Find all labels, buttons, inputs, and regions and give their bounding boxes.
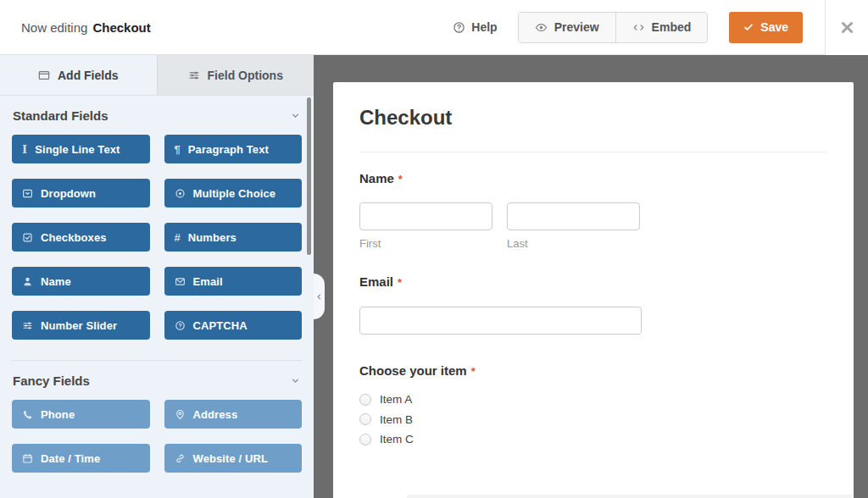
radio-option-item-c[interactable]: Item C xyxy=(359,432,827,446)
field-button-label: Dropdown xyxy=(41,187,96,200)
chevron-left-icon xyxy=(314,292,324,302)
field-button-label: Name xyxy=(41,275,71,288)
radio-circle[interactable] xyxy=(359,434,371,445)
field-button-website-url[interactable]: Website / URL xyxy=(164,444,303,473)
fields-sidebar: Add Fields Field Options St xyxy=(0,55,314,498)
field-button-dropdown[interactable]: Dropdown xyxy=(12,179,150,208)
radio-icon xyxy=(175,188,186,199)
now-editing-prefix: Now editing xyxy=(21,20,87,35)
field-button-label: Checkboxes xyxy=(41,231,107,244)
field-button-multiple-choice[interactable]: Multiple Choice xyxy=(164,179,303,208)
fancy-fields-grid: Phone Address xyxy=(12,400,302,473)
text-cursor-icon: I xyxy=(22,144,27,155)
save-button[interactable]: Save xyxy=(729,12,803,43)
email-input[interactable] xyxy=(359,307,642,335)
field-button-captcha[interactable]: CAPTCHA xyxy=(164,311,303,340)
chevron-down-icon xyxy=(290,110,301,121)
field-button-label: Single Line Text xyxy=(35,143,120,156)
form-preview-panel: Checkout Name* First Last Email xyxy=(333,82,854,498)
builder-main: Add Fields Field Options St xyxy=(0,55,868,498)
field-name-label: Name* xyxy=(359,171,827,185)
sidebar-scrollbar[interactable] xyxy=(307,97,311,255)
tab-field-options[interactable]: Field Options xyxy=(157,55,314,95)
radio-circle[interactable] xyxy=(359,413,371,425)
name-first-input[interactable] xyxy=(359,202,492,230)
embed-label: Embed xyxy=(652,20,692,34)
field-button-email[interactable]: Email xyxy=(164,267,303,296)
field-button-label: Number Slider xyxy=(41,319,117,332)
required-marker: * xyxy=(398,276,402,289)
field-button-numbers[interactable]: # Numbers xyxy=(164,223,303,252)
standard-fields-header[interactable]: Standard Fields xyxy=(12,96,302,135)
preview-label: Preview xyxy=(554,20,599,34)
required-marker: * xyxy=(471,365,476,378)
name-last-input[interactable] xyxy=(507,202,640,230)
form-name: Checkout xyxy=(92,20,150,35)
help-label: Help xyxy=(471,20,497,34)
form-title[interactable]: Checkout xyxy=(359,106,827,130)
last-sublabel: Last xyxy=(507,237,640,250)
field-button-address[interactable]: Address xyxy=(164,400,303,429)
field-button-label: Numbers xyxy=(188,231,236,244)
radio-label: Item B xyxy=(380,413,413,426)
topbar: Now editing Checkout Help xyxy=(0,0,868,55)
topbar-actions: Help Preview Embed xyxy=(453,0,868,54)
radio-option-item-a[interactable]: Item A xyxy=(359,392,827,407)
field-name[interactable]: Name* First Last xyxy=(359,171,827,250)
standard-fields-title: Standard Fields xyxy=(13,108,108,123)
field-button-label: Multiple Choice xyxy=(193,187,276,200)
field-button-label: Website / URL xyxy=(193,452,268,465)
eye-icon xyxy=(535,21,548,34)
slider-icon xyxy=(22,320,33,331)
field-button-phone[interactable]: Phone xyxy=(12,400,150,429)
field-email-label: Email* xyxy=(359,274,827,289)
pilcrow-icon: ¶ xyxy=(175,144,181,155)
field-button-label: Date / Time xyxy=(41,452,100,465)
hash-icon: # xyxy=(175,232,181,243)
field-button-checkboxes[interactable]: Checkboxes xyxy=(12,223,150,252)
calendar-icon xyxy=(22,453,33,464)
dropdown-icon xyxy=(22,188,33,199)
field-button-date-time[interactable]: Date / Time xyxy=(12,444,150,473)
standard-fields-grid: I Single Line Text ¶ Paragraph Text xyxy=(12,135,302,340)
close-builder-button[interactable] xyxy=(826,0,868,55)
field-button-label: Phone xyxy=(41,408,75,421)
preview-embed-group: Preview Embed xyxy=(518,12,709,43)
field-button-label: Email xyxy=(193,275,223,288)
link-icon xyxy=(175,453,186,464)
tab-field-options-label: Field Options xyxy=(208,69,283,82)
canvas-bottom-strip xyxy=(407,495,852,498)
fancy-fields-title: Fancy Fields xyxy=(13,374,90,388)
embed-button[interactable]: Embed xyxy=(615,13,708,42)
help-button[interactable]: Help xyxy=(453,20,497,34)
envelope-icon xyxy=(175,276,186,287)
field-button-label: Address xyxy=(193,408,238,421)
radio-circle[interactable] xyxy=(359,394,371,406)
field-email[interactable]: Email* xyxy=(359,274,827,335)
fancy-fields-header[interactable]: Fancy Fields xyxy=(12,361,302,400)
field-choose-your-item[interactable]: Choose your item* Item A Item B Item C xyxy=(359,363,827,446)
radio-option-item-b[interactable]: Item B xyxy=(359,412,827,427)
form-canvas: Checkout Name* First Last Email xyxy=(314,55,868,498)
section-fancy-fields: Fancy Fields Phone xyxy=(12,360,302,473)
radio-label: Item C xyxy=(380,433,414,445)
field-button-single-line-text[interactable]: I Single Line Text xyxy=(12,135,150,163)
question-circle-icon xyxy=(453,21,465,34)
chevron-down-icon xyxy=(290,375,301,386)
check-icon xyxy=(743,22,754,32)
tab-add-fields[interactable]: Add Fields xyxy=(0,55,157,95)
code-icon xyxy=(632,21,645,34)
field-button-number-slider[interactable]: Number Slider xyxy=(12,311,150,340)
field-button-label: CAPTCHA xyxy=(193,319,248,332)
required-marker: * xyxy=(398,173,403,185)
field-button-name[interactable]: Name xyxy=(12,267,150,296)
now-editing: Now editing Checkout xyxy=(21,20,151,35)
sidebar-collapse-handle[interactable] xyxy=(314,274,325,319)
field-button-paragraph-text[interactable]: ¶ Paragraph Text xyxy=(164,135,303,163)
radio-label: Item A xyxy=(380,393,412,406)
preview-button[interactable]: Preview xyxy=(519,13,615,42)
save-label: Save xyxy=(760,20,788,34)
person-icon xyxy=(22,276,33,287)
add-fields-panel: Standard Fields I Single Line Text ¶ P xyxy=(0,96,314,498)
title-divider xyxy=(359,152,827,152)
